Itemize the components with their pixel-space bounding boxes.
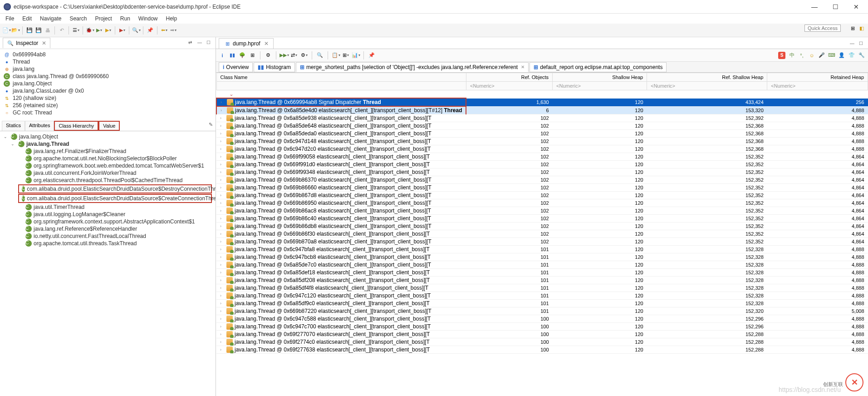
mat-tab[interactable]: ⊞default_report org.eclipse.mat.api:top_… — [530, 62, 667, 72]
coverage-icon[interactable]: ▶▾ — [104, 27, 112, 34]
close-tab-icon[interactable]: ✕ — [264, 40, 269, 47]
close-icon[interactable]: ✕ — [521, 64, 525, 69]
tree-node[interactable]: C com.alibaba.druid.pool.ElasticSearchDr… — [20, 195, 210, 202]
inspector-item[interactable]: ●java.lang.ClassLoader @ 0x0 — [4, 87, 212, 94]
table-row[interactable]: ›java.lang.Thread @ 0x669b870a8 elastics… — [216, 238, 868, 246]
dominator-icon[interactable]: 🌳 — [239, 52, 246, 59]
table-row[interactable]: ›java.lang.Thread @ 0x669f99348 elastics… — [216, 168, 868, 176]
expand-icon[interactable]: › — [220, 347, 225, 352]
inspector-item[interactable]: ⇅120 (shallow size) — [4, 94, 212, 102]
undo-icon[interactable]: ↶ — [58, 27, 65, 34]
lang-icon[interactable]: 中 — [788, 52, 795, 59]
table-row[interactable]: ›java.lang.Thread @ 0x669b867d8 elastics… — [216, 192, 868, 199]
table-row[interactable]: ›java.lang.Thread @ 0x6c947bfa8 elastics… — [216, 246, 868, 253]
class-hierarchy-tree[interactable]: ⌄ C java.lang.Object ⌄ C java.lang.Threa… — [0, 131, 216, 396]
table-row[interactable]: ›java.lang.Thread @ 0x669b86950 elastics… — [216, 199, 868, 207]
compare-icon[interactable]: ⇄▾ — [290, 52, 298, 59]
mat-tab[interactable]: ⊞merge_shortest_paths [selection of 'Obj… — [296, 62, 529, 72]
expand-icon[interactable]: › — [220, 247, 225, 252]
column-header[interactable]: Ref. Shallow Heap — [647, 73, 767, 82]
mat-tab[interactable]: ▮▮Histogram — [254, 62, 295, 72]
expand-icon[interactable]: › — [220, 239, 225, 244]
expand-icon[interactable]: › — [220, 286, 225, 290]
table-row[interactable]: ›java.lang.Thread @ 0x669f991d0 elastics… — [216, 161, 868, 168]
expand-icon[interactable]: › — [221, 108, 225, 113]
inspector-tab-attributes[interactable]: Attributes — [25, 121, 54, 131]
shirt-icon[interactable]: 👕 — [848, 52, 855, 59]
menu-run[interactable]: Run — [117, 15, 134, 23]
gear-icon[interactable]: ⚙▾ — [300, 52, 308, 59]
expand-icon[interactable]: › — [220, 340, 225, 344]
tree-node[interactable]: C org.apache.tomcat.util.net.NioBlocking… — [18, 155, 212, 162]
run-icon[interactable]: ▶▾ — [95, 27, 103, 34]
inspector-item[interactable]: ○GC root: Thread — [4, 109, 212, 116]
menu-edit[interactable]: Edit — [19, 15, 35, 23]
minimize-icon[interactable]: — — [850, 41, 856, 47]
mat-perspective-icon[interactable]: ◧ — [858, 25, 865, 32]
menu-search[interactable]: Search — [66, 15, 90, 23]
tool-icon[interactable]: 🔧 — [858, 52, 865, 59]
perspective-switcher[interactable]: ⊞ ◧ — [849, 25, 865, 32]
menu-navigate[interactable]: Navigate — [36, 15, 65, 23]
table-row[interactable]: ›java.lang.Thread @ 0x69f2774c0 elastics… — [216, 338, 868, 346]
link-icon[interactable]: ⇄ — [188, 40, 195, 46]
save-all-icon[interactable]: 💾 — [35, 27, 42, 34]
pin-icon[interactable]: 📌 — [147, 27, 154, 34]
oql-icon[interactable]: ⊞ — [249, 52, 256, 59]
table-row[interactable]: ›java.lang.Thread @ 0x6a85de938 elastics… — [216, 114, 868, 122]
table-row[interactable]: ›java.lang.Thread @ 0x669f99058 elastics… — [216, 153, 868, 161]
table-row[interactable]: ›java.lang.Thread @ 0x69f277070 elastics… — [216, 331, 868, 338]
mat-tab[interactable]: iOverview — [219, 62, 253, 72]
tree-node[interactable]: C org.apache.tomcat.util.threads.TaskThr… — [18, 240, 212, 247]
table-row[interactable]: ›java.lang.Thread @ 0x669b86660 elastics… — [216, 184, 868, 192]
expand-icon[interactable]: › — [220, 185, 225, 190]
menu-file[interactable]: File — [2, 15, 18, 23]
table-row[interactable]: ›java.lang.Thread @ 0x669b86370 elastics… — [216, 176, 868, 184]
expand-icon[interactable]: › — [220, 278, 225, 282]
expand-icon[interactable]: › — [220, 324, 225, 329]
close-button[interactable]: ✕ — [850, 2, 863, 11]
expand-icon[interactable]: › — [220, 124, 225, 128]
tree-thread[interactable]: ⌄ C java.lang.Thread — [11, 140, 212, 148]
column-header[interactable]: Shallow Heap — [553, 73, 647, 82]
collapse-icon[interactable]: — — [197, 40, 204, 46]
table-row[interactable]: ›java.lang.Thread @ 0x69f277638 elastics… — [216, 346, 868, 354]
table-row[interactable]: ›java.lang.Thread @ 0x6a85df4f8 elastics… — [216, 284, 868, 292]
keyboard-icon[interactable]: ⌨ — [828, 52, 835, 59]
minimize-button[interactable]: — — [808, 2, 821, 11]
run-report-icon[interactable]: ▶▶▾ — [280, 52, 288, 59]
expand-icon[interactable]: › — [221, 100, 225, 104]
column-header[interactable]: Class Name — [216, 73, 466, 82]
inspector-item[interactable]: Cjava.lang.Object — [4, 80, 212, 87]
table-row[interactable]: ›java.lang.Thread @ 0x669b86db8 elastics… — [216, 223, 868, 230]
tree-node[interactable]: C io.netty.util.concurrent.FastThreadLoc… — [18, 233, 212, 240]
table-row[interactable]: ›java.lang.Thread @ 0x6a85deda0 elastics… — [216, 130, 868, 138]
tree-node[interactable]: C org.elasticsearch.threadpool.ThreadPoo… — [18, 177, 212, 184]
info-icon[interactable]: i — [219, 52, 226, 59]
collapse-icon[interactable]: ⌄ — [4, 134, 9, 139]
person-icon[interactable]: 👤 — [838, 52, 845, 59]
forward-icon[interactable]: ➡▾ — [170, 27, 177, 34]
expand-icon[interactable]: › — [220, 262, 225, 267]
expand-icon[interactable]: › — [220, 332, 225, 337]
table-row[interactable]: ›java.lang.Thread @ 0x6a85de4d0 elastics… — [216, 106, 868, 114]
smile-icon[interactable]: ☺ — [808, 52, 815, 59]
open-perspective-icon[interactable]: ⊞ — [849, 25, 856, 32]
maximize-view-icon[interactable]: ☐ — [206, 40, 213, 46]
close-tab-icon[interactable]: ✕ — [42, 40, 46, 46]
table-row[interactable]: ›java.lang.Thread @ 0x6c947c120 elastics… — [216, 292, 868, 300]
expand-icon[interactable]: › — [220, 309, 225, 313]
expand-icon[interactable]: › — [220, 224, 225, 228]
expand-icon[interactable]: › — [220, 255, 225, 259]
input-method-icon[interactable]: S — [778, 52, 785, 59]
table-row[interactable]: ›java.lang.Thread @ 0x6c947c700 elastics… — [216, 323, 868, 331]
maximize-icon[interactable]: ☐ — [859, 41, 865, 47]
expand-icon[interactable]: › — [220, 270, 225, 275]
expand-icon[interactable]: › — [220, 232, 225, 236]
calc-icon[interactable]: 📊▾ — [352, 52, 359, 59]
open-icon[interactable]: 📂▾ — [12, 27, 19, 34]
tree-node[interactable]: C java.util.TimerThread — [18, 203, 212, 211]
tree-node[interactable]: C org.springframework.boot.web.embedded.… — [18, 162, 212, 169]
group-icon[interactable]: ⊞▾ — [342, 52, 349, 59]
menu-help[interactable]: Help — [162, 15, 181, 23]
